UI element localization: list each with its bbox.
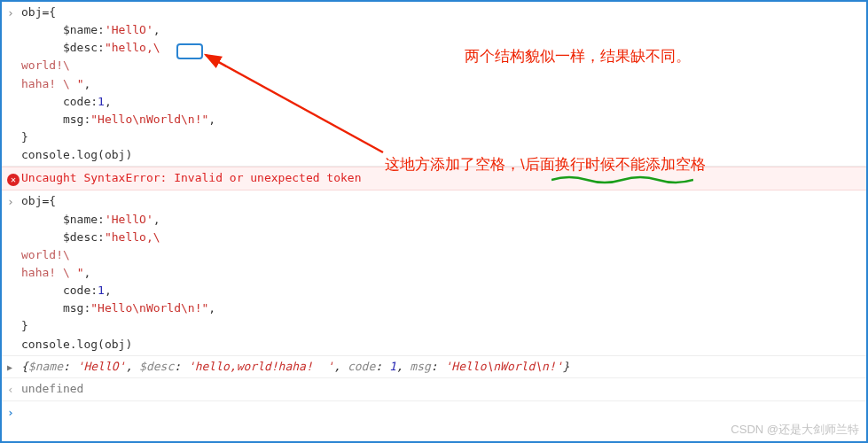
undefined-text: undefined <box>21 380 861 398</box>
input-chevron-icon: › <box>7 192 21 211</box>
code-block-1: obj={ $name:'HellO', $desc:"hello,\ worl… <box>21 4 861 164</box>
code-block-2: obj={ $name:'HellO', $desc:"hello,\ worl… <box>21 192 861 353</box>
prompt-row[interactable]: › <box>2 401 866 424</box>
output-row[interactable]: ▶ {$name: 'HellO', $desc: 'hello,world!h… <box>2 356 866 378</box>
error-row[interactable]: ✕ Uncaught SyntaxError: Invalid or unexp… <box>2 167 866 190</box>
output-chevron-icon: ‹ <box>7 380 21 399</box>
return-row[interactable]: ‹ undefined <box>2 378 866 401</box>
error-message: Uncaught SyntaxError: Invalid or unexpec… <box>21 169 861 187</box>
console-window: › obj={ $name:'HellO', $desc:"hello,\ wo… <box>0 0 868 443</box>
highlight-box <box>176 43 203 59</box>
input-chevron-icon: › <box>7 4 21 22</box>
input-chevron-icon: › <box>7 403 21 422</box>
input-row-1[interactable]: › obj={ $name:'HellO', $desc:"hello,\ wo… <box>2 2 866 167</box>
watermark: CSDN @还是大剑师兰特 <box>731 422 859 438</box>
expand-triangle-icon[interactable]: ▶ <box>7 358 21 375</box>
input-row-2[interactable]: › obj={ $name:'HellO', $desc:"hello,\ wo… <box>2 190 866 355</box>
object-preview: {$name: 'HellO', $desc: 'hello,world!hah… <box>21 358 861 376</box>
error-icon: ✕ <box>7 169 21 188</box>
